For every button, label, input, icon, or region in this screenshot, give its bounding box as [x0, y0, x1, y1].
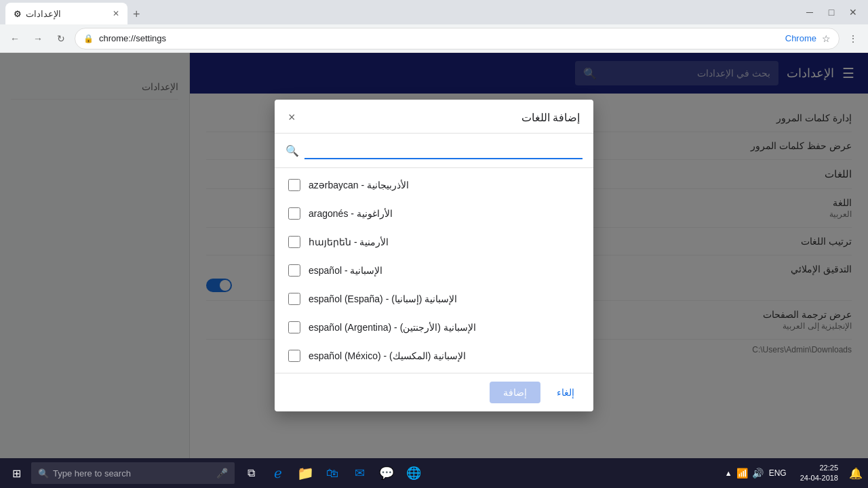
task-view-icon: ⧉ [248, 467, 255, 479]
dialog-search-icon: 🔍 [285, 144, 299, 157]
language-checkbox-hy[interactable] [288, 236, 300, 248]
add-languages-dialog: × إضافة اللغات 🔍 الأذربيجانية - azərbayc… [275, 100, 593, 411]
browser-toolbar: ← → ↻ 🔒 chrome://settings Chrome ☆ ⋮ [0, 24, 868, 53]
lock-icon: 🔒 [83, 34, 94, 43]
edge-icon: ℯ [274, 465, 282, 481]
list-item[interactable]: الإسبانية (المكسيك) - español (México) [275, 342, 593, 370]
language-checkbox-az[interactable] [288, 179, 300, 191]
chrome-label: Chrome [785, 33, 816, 43]
taskbar-icon-explorer[interactable]: 📁 [293, 460, 317, 487]
list-item[interactable]: الأذربيجانية - azərbaycan [275, 171, 593, 199]
taskbar: ⊞ 🔍 Type here to search 🎤 ⧉ ℯ 📁 🛍 [0, 458, 868, 488]
dialog-header: × إضافة اللغات [275, 100, 593, 134]
lang-label[interactable]: ENG [766, 468, 789, 478]
tray-expand-icon[interactable]: ▲ [724, 468, 734, 479]
taskbar-icon-store[interactable]: 🛍 [320, 460, 344, 487]
taskbar-icon-chrome[interactable]: 🌐 [401, 460, 426, 487]
store-icon: 🛍 [326, 466, 338, 481]
taskbar-search-placeholder: Type here to search [53, 468, 131, 479]
language-label-es-mx: الإسبانية (المكسيك) - español (México) [309, 350, 466, 361]
browser-titlebar: ⚙ الإعدادات ✕ + ─ □ ✕ [0, 0, 868, 24]
start-button[interactable]: ⊞ [3, 460, 30, 487]
taskbar-icon-mail[interactable]: ✉ [347, 460, 372, 487]
cancel-button[interactable]: إلغاء [549, 382, 583, 403]
settings-button[interactable]: ⋮ [844, 29, 863, 48]
list-item[interactable]: الأراغونية - aragonés [275, 199, 593, 228]
mail-icon: ✉ [355, 466, 365, 481]
language-list: الأذربيجانية - azərbaycan الأراغونية - a… [275, 168, 593, 373]
tab-title: الإعدادات [26, 9, 61, 19]
dialog-search-input[interactable] [304, 142, 583, 159]
language-label-hy: الأرمنية - հայերեն [309, 237, 389, 247]
close-button[interactable]: ✕ [844, 3, 863, 22]
language-label-es: الإسبانية - español [309, 265, 383, 276]
taskbar-icon-edge[interactable]: ℯ [266, 460, 290, 487]
settings-background: الإعدادات 🔍 الإعدادات ☰ [0, 53, 868, 458]
windows-icon: ⊞ [12, 467, 21, 480]
add-button[interactable]: إضافة [490, 382, 540, 403]
back-button[interactable]: ← [5, 29, 24, 48]
network-icon[interactable]: 📶 [735, 466, 749, 480]
notification-icon[interactable]: 🔔 [846, 467, 865, 480]
language-checkbox-ar[interactable] [288, 207, 300, 220]
page-area: الإعدادات 🔍 الإعدادات ☰ [0, 53, 868, 488]
language-checkbox-es[interactable] [288, 264, 300, 277]
refresh-button[interactable]: ↻ [52, 29, 71, 48]
address-text: chrome://settings [99, 33, 780, 43]
forward-button[interactable]: → [28, 29, 47, 48]
maximize-button[interactable]: □ [822, 3, 841, 22]
language-label-es-ar: الإسبانية (الأرجنتين) - español (Argenti… [309, 322, 476, 333]
chrome-taskbar-icon: 🌐 [406, 466, 421, 481]
list-item[interactable]: الإسبانية (إسبانيا) - español (España) [275, 285, 593, 313]
language-checkbox-es-ar[interactable] [288, 321, 300, 333]
tab-favicon: ⚙ [14, 9, 22, 19]
tab-close-button[interactable]: ✕ [113, 9, 119, 18]
address-bar[interactable]: 🔒 chrome://settings Chrome ☆ [75, 28, 840, 49]
dialog-search-area: 🔍 [275, 134, 593, 168]
taskbar-icons: ⧉ ℯ 📁 🛍 ✉ 💬 🌐 [239, 460, 426, 487]
taskbar-icon-task-view[interactable]: ⧉ [239, 460, 263, 487]
active-tab[interactable]: ⚙ الإعدادات ✕ [5, 3, 127, 24]
dialog-title: إضافة اللغات [521, 111, 580, 124]
explorer-icon: 📁 [297, 465, 314, 481]
taskbar-search[interactable]: 🔍 Type here to search 🎤 [31, 462, 235, 484]
dialog-footer: إلغاء إضافة [275, 373, 593, 411]
language-label-es-es: الإسبانية (إسبانيا) - español (España) [309, 293, 457, 304]
list-item[interactable]: الإسبانية - español [275, 256, 593, 285]
taskbar-right: ▲ 📶 🔊 ENG 22:25 24-04-2018 🔔 [721, 463, 865, 484]
dialog-close-button[interactable]: × [288, 110, 296, 125]
whatsapp-icon: 💬 [379, 466, 394, 481]
language-label-az: الأذربيجانية - azərbaycan [309, 180, 409, 190]
language-label-ar: الأراغونية - aragonés [309, 208, 393, 219]
minimize-button[interactable]: ─ [800, 3, 819, 22]
volume-icon[interactable]: 🔊 [751, 466, 765, 480]
bookmark-icon: ☆ [822, 33, 831, 44]
dialog-overlay: × إضافة اللغات 🔍 الأذربيجانية - azərbayc… [0, 53, 868, 458]
taskbar-search-icon: 🔍 [38, 468, 49, 479]
new-tab-button[interactable]: + [127, 5, 146, 24]
list-item[interactable]: الأرمنية - հայերեն [275, 228, 593, 256]
language-checkbox-es-es[interactable] [288, 293, 300, 305]
language-checkbox-es-mx[interactable] [288, 350, 300, 362]
taskbar-clock[interactable]: 22:25 24-04-2018 [795, 463, 844, 484]
clock-date: 24-04-2018 [800, 473, 838, 483]
tab-bar: ⚙ الإعدادات ✕ + [5, 0, 146, 24]
browser-frame: ⚙ الإعدادات ✕ + ─ □ ✕ ← → ↻ 🔒 chrome://s… [0, 0, 868, 488]
microphone-icon: 🎤 [216, 468, 228, 479]
system-tray: ▲ 📶 🔊 ENG [721, 466, 792, 480]
taskbar-icon-whatsapp[interactable]: 💬 [374, 460, 399, 487]
list-item[interactable]: الإسبانية (الأرجنتين) - español (Argenti… [275, 313, 593, 342]
clock-time: 22:25 [800, 463, 838, 473]
